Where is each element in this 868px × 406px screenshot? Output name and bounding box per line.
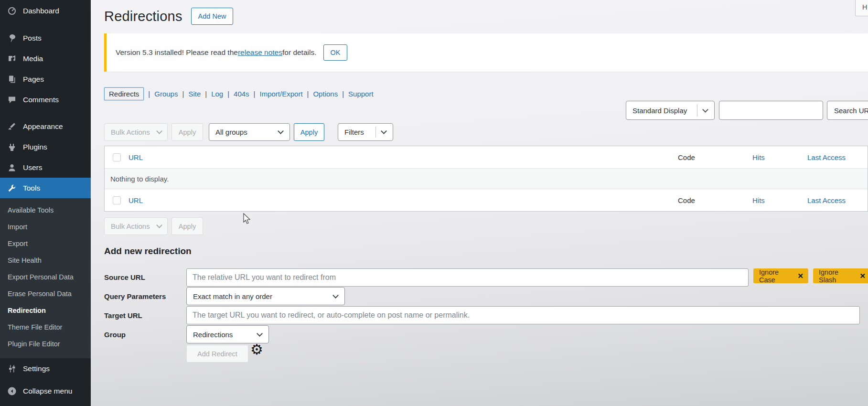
table-empty-row: Nothing to display. [105, 168, 868, 189]
media-icon [7, 53, 17, 64]
sidebar-item-appearance[interactable]: Appearance [0, 116, 91, 137]
page-title: Redirections [104, 9, 182, 24]
sidebar-item-label: Plugins [23, 143, 47, 151]
source-url-input[interactable] [186, 268, 749, 287]
sidebar-item-users[interactable]: Users [0, 157, 91, 178]
collapse-icon [7, 386, 17, 396]
tab-separator: | [148, 90, 150, 98]
bulk-apply-button-bottom[interactable]: Apply [171, 217, 203, 235]
chevron-down-icon [278, 128, 284, 134]
bulk-apply-button[interactable]: Apply [171, 123, 203, 141]
tab-log[interactable]: Log [211, 90, 223, 98]
notice-text: for details. [282, 48, 317, 57]
pin-icon [7, 33, 17, 43]
column-header-last-access[interactable]: Last Access [796, 153, 868, 161]
bulk-actions-select-bottom[interactable]: Bulk Actions [104, 217, 168, 235]
submenu-item-site-health[interactable]: Site Health [0, 252, 91, 269]
group-apply-button[interactable]: Apply [294, 123, 324, 141]
filters-button[interactable]: Filters [338, 123, 393, 141]
table-footer-row: URL Code Hits Last Access [105, 189, 868, 211]
display-mode-value: Standard Display [626, 107, 697, 115]
column-header-url[interactable]: URL [129, 153, 660, 161]
sidebar-item-settings[interactable]: Settings [0, 358, 91, 379]
plugin-icon [7, 142, 17, 152]
submenu-item-export[interactable]: Export [0, 235, 91, 252]
sidebar-item-label: Media [23, 54, 43, 63]
main-content: H Redirections Add New Version 5.3 insta… [91, 0, 868, 406]
search-url-button[interactable]: Search URL [827, 101, 868, 120]
select-all-checkbox[interactable] [113, 153, 121, 161]
column-header-hits[interactable]: Hits [741, 196, 796, 204]
groups-filter-select[interactable]: All groups [209, 123, 290, 141]
target-url-input[interactable] [186, 306, 860, 324]
select-all-checkbox[interactable] [113, 196, 121, 204]
help-tab[interactable]: H [855, 0, 868, 16]
update-notice: Version 5.3 installed! Please read the r… [104, 33, 868, 72]
chevron-down-icon [332, 292, 339, 299]
admin-sidebar: Dashboard Posts Media Pages Comments App… [0, 0, 91, 406]
sidebar-item-dashboard[interactable]: Dashboard [0, 0, 91, 21]
sidebar-item-comments[interactable]: Comments [0, 89, 91, 110]
tab-site[interactable]: Site [188, 90, 201, 98]
select-divider [697, 104, 697, 117]
column-header-last-access[interactable]: Last Access [796, 196, 868, 204]
tab-separator: | [182, 90, 184, 98]
sidebar-item-label: Appearance [23, 122, 63, 131]
tab-redirects[interactable]: Redirects [104, 87, 144, 100]
sidebar-item-media[interactable]: Media [0, 48, 91, 69]
tab-groups[interactable]: Groups [154, 90, 178, 98]
release-notes-link[interactable]: release notes [238, 48, 282, 57]
group-value: Redirections [187, 331, 252, 339]
sidebar-separator [0, 21, 91, 28]
title-row: Redirections Add New [104, 8, 233, 25]
remove-flag-icon[interactable]: ✕ [797, 272, 804, 280]
sidebar-item-tools[interactable]: Tools [0, 178, 91, 198]
sidebar-separator [0, 110, 91, 116]
redirects-table: URL Code Hits Last Access Nothing to dis… [104, 146, 868, 212]
remove-flag-icon[interactable]: ✕ [859, 272, 866, 280]
submenu-item-erase-personal-data[interactable]: Erase Personal Data [0, 286, 91, 302]
bulk-actions-select[interactable]: Bulk Actions [104, 123, 168, 141]
brush-icon [7, 121, 17, 132]
column-header-url[interactable]: URL [129, 196, 660, 204]
tab-import-export[interactable]: Import/Export [260, 90, 303, 98]
filters-label: Filters [338, 128, 375, 136]
form-heading: Add new redirection [104, 246, 192, 256]
submenu-item-plugin-file-editor[interactable]: Plugin File Editor [0, 336, 91, 353]
tab-404s[interactable]: 404s [234, 90, 249, 98]
ignore-slash-flag[interactable]: Ignore Slash ✕ [813, 268, 868, 283]
chevron-down-icon [156, 222, 162, 228]
tools-submenu: Available Tools Import Export Site Healt… [0, 198, 91, 358]
submenu-item-theme-file-editor[interactable]: Theme File Editor [0, 319, 91, 336]
submenu-item-redirection[interactable]: Redirection [0, 302, 91, 319]
pages-icon [7, 74, 17, 85]
chevron-down-icon [702, 107, 708, 113]
add-new-button[interactable]: Add New [191, 8, 234, 25]
tab-options[interactable]: Options [313, 90, 338, 98]
submenu-item-import[interactable]: Import [0, 219, 91, 235]
chevron-down-icon [257, 331, 263, 337]
ignore-case-flag[interactable]: Ignore Case ✕ [753, 268, 808, 283]
sidebar-item-collapse-menu[interactable]: Collapse menu [0, 381, 91, 401]
sidebar-item-plugins[interactable]: Plugins [0, 137, 91, 157]
notice-text: Version 5.3 installed! Please read the [116, 48, 238, 57]
query-parameters-select[interactable]: Exact match in any order [186, 287, 345, 305]
gear-icon[interactable]: ⚙ [250, 342, 263, 357]
column-header-hits[interactable]: Hits [741, 153, 796, 161]
add-redirect-button[interactable]: Add Redirect [186, 345, 248, 363]
display-mode-select[interactable]: Standard Display [626, 101, 715, 120]
search-input[interactable] [719, 101, 823, 120]
select-divider [375, 127, 376, 138]
group-select[interactable]: Redirections [186, 325, 269, 343]
notice-ok-button[interactable]: OK [323, 44, 348, 61]
submenu-item-available-tools[interactable]: Available Tools [0, 202, 91, 219]
source-url-label: Source URL [104, 273, 183, 281]
tab-support[interactable]: Support [348, 90, 374, 98]
query-parameters-value: Exact match in any order [187, 292, 328, 300]
sidebar-item-label: Dashboard [23, 7, 59, 15]
sidebar-item-posts[interactable]: Posts [0, 28, 91, 48]
comment-icon [7, 95, 17, 105]
submenu-item-export-personal-data[interactable]: Export Personal Data [0, 269, 91, 286]
sidebar-item-pages[interactable]: Pages [0, 69, 91, 89]
user-icon [7, 162, 17, 173]
